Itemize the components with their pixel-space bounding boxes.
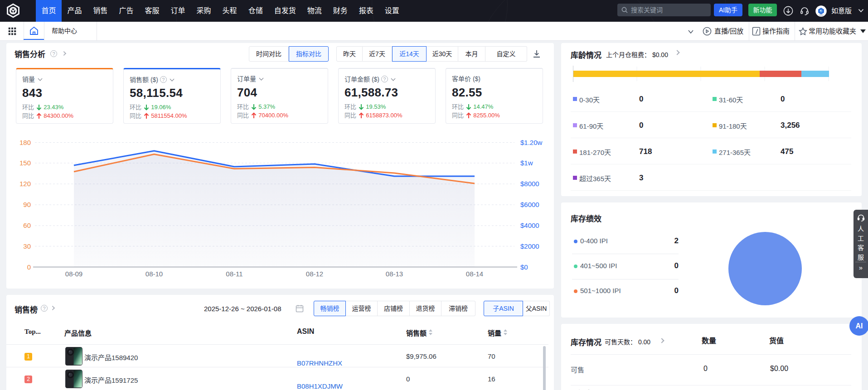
svg-text:0: 0 bbox=[27, 263, 31, 271]
svg-text:$2000: $2000 bbox=[520, 242, 539, 250]
svg-text:08-09: 08-09 bbox=[65, 270, 82, 278]
svg-text:60: 60 bbox=[23, 221, 31, 229]
svg-text:$1.20w: $1.20w bbox=[520, 139, 543, 146]
svg-text:08-12: 08-12 bbox=[306, 270, 323, 278]
svg-text:08-11: 08-11 bbox=[226, 270, 242, 278]
svg-text:$8000: $8000 bbox=[520, 180, 539, 188]
svg-text:$1w: $1w bbox=[520, 159, 533, 167]
svg-text:08-10: 08-10 bbox=[145, 270, 163, 278]
svg-text:$0: $0 bbox=[520, 263, 528, 271]
svg-text:08-14: 08-14 bbox=[466, 270, 483, 278]
svg-text:180: 180 bbox=[19, 139, 31, 146]
svg-text:30: 30 bbox=[23, 242, 31, 250]
svg-text:150: 150 bbox=[19, 159, 31, 167]
svg-text:$4000: $4000 bbox=[520, 221, 539, 229]
svg-text:90: 90 bbox=[23, 201, 31, 208]
svg-text:120: 120 bbox=[19, 180, 31, 188]
svg-text:$6000: $6000 bbox=[520, 201, 539, 208]
svg-text:08-13: 08-13 bbox=[386, 270, 403, 278]
